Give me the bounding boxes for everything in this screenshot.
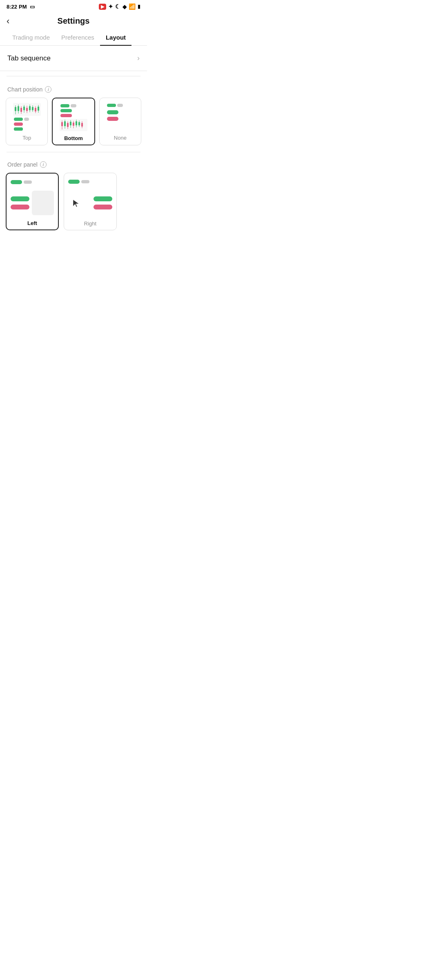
chart-position-bottom[interactable]: Bottom (52, 98, 95, 145)
svg-rect-32 (64, 121, 66, 126)
svg-rect-16 (35, 108, 36, 111)
order-panel-right-label: Right (68, 220, 112, 227)
chart-position-options: Top (0, 98, 147, 152)
svg-rect-4 (18, 106, 19, 111)
order-panel-section-title: Order panel i (0, 152, 147, 173)
moon-icon: ☾ (115, 3, 120, 10)
svg-rect-47 (107, 110, 118, 114)
svg-rect-2 (15, 107, 16, 111)
chart-position-none[interactable]: None (99, 98, 141, 145)
cursor-icon (72, 199, 80, 208)
chevron-right-icon: › (137, 54, 140, 62)
battery-icon: ▮ (138, 4, 140, 9)
svg-rect-21 (14, 122, 23, 126)
svg-rect-26 (60, 109, 72, 112)
order-panel-info-icon[interactable]: i (40, 161, 47, 168)
svg-rect-24 (60, 104, 69, 107)
svg-rect-42 (78, 122, 80, 125)
svg-rect-12 (29, 106, 31, 110)
svg-rect-27 (60, 114, 72, 117)
svg-rect-20 (24, 118, 29, 121)
svg-rect-46 (117, 104, 123, 107)
tab-sequence-row[interactable]: Tab sequence › (0, 46, 147, 71)
bluetooth-icon: ✦ (108, 3, 113, 10)
chart-position-section-title: Chart position i (0, 77, 147, 98)
signal-icon: ◆ (122, 4, 127, 10)
order-panel-left[interactable]: Left (6, 173, 59, 230)
svg-rect-34 (67, 123, 69, 127)
tab-layout[interactable]: Layout (100, 30, 131, 46)
camera-icon: ▶ (99, 4, 106, 10)
none-chart-illustration (105, 102, 135, 131)
page-title: Settings (58, 16, 90, 26)
tab-preferences[interactable]: Preferences (56, 30, 100, 46)
chart-position-top[interactable]: Top (6, 98, 48, 145)
settings-header: ‹ Settings (0, 11, 147, 30)
chart-position-bottom-label: Bottom (64, 135, 83, 141)
svg-rect-45 (107, 104, 116, 107)
svg-rect-10 (26, 108, 28, 111)
order-panel-left-label: Left (11, 220, 54, 226)
svg-rect-36 (70, 122, 71, 125)
wifi-icon: 📶 (129, 3, 136, 10)
svg-rect-14 (32, 107, 33, 110)
svg-rect-19 (14, 118, 23, 121)
svg-marker-49 (73, 200, 79, 207)
video-icon: ▭ (30, 4, 35, 10)
status-icons: ▶ ✦ ☾ ◆ 📶 ▮ (99, 3, 140, 10)
tab-sequence-label: Tab sequence (7, 54, 51, 62)
order-panel-options: Left (0, 173, 147, 238)
svg-rect-25 (71, 104, 76, 107)
svg-rect-23 (14, 127, 23, 131)
layout-content: Tab sequence › Chart position i (0, 46, 147, 238)
svg-rect-48 (107, 117, 118, 121)
chart-position-top-label: Top (22, 135, 31, 141)
tab-trading-mode[interactable]: Trading mode (7, 30, 56, 46)
svg-rect-8 (23, 107, 25, 110)
ampm-text: PM (19, 4, 27, 10)
order-panel-right[interactable]: Right (64, 173, 117, 230)
svg-rect-6 (20, 108, 22, 112)
chart-position-none-label: None (114, 135, 127, 141)
status-time: 8:22 PM ▭ (7, 4, 35, 10)
settings-tabs: Trading mode Preferences Layout (0, 30, 147, 46)
back-button[interactable]: ‹ (7, 16, 9, 27)
svg-rect-38 (73, 122, 74, 126)
time-text: 8:22 (7, 4, 17, 10)
status-bar: 8:22 PM ▭ ▶ ✦ ☾ ◆ 📶 ▮ (0, 0, 147, 11)
chart-position-info-icon[interactable]: i (45, 86, 51, 93)
svg-rect-40 (76, 121, 77, 125)
svg-rect-18 (38, 107, 39, 111)
top-chart-illustration (12, 102, 42, 131)
svg-rect-44 (81, 123, 83, 127)
bottom-chart-illustration (59, 102, 88, 132)
svg-rect-30 (61, 122, 63, 126)
